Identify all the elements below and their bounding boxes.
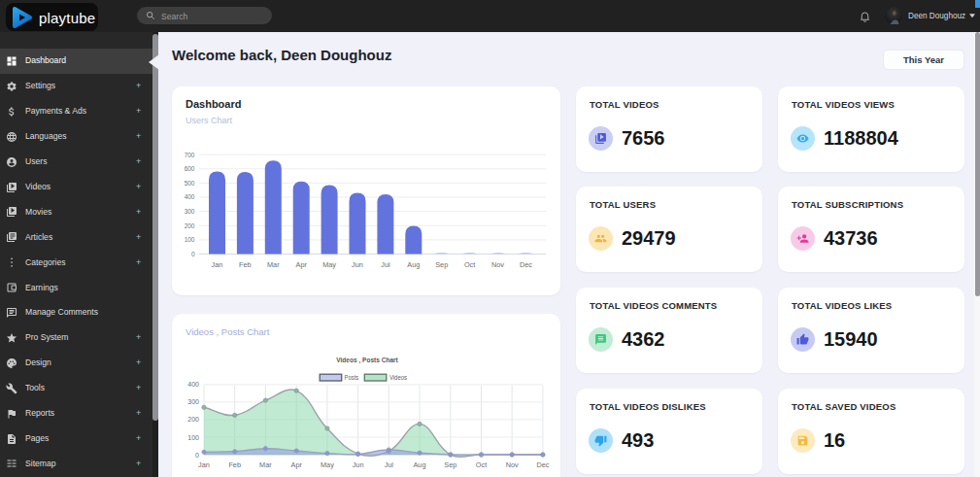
svg-text:300: 300 xyxy=(185,208,195,215)
svg-text:Jul: Jul xyxy=(385,460,394,469)
svg-text:Oct: Oct xyxy=(476,460,487,469)
svg-text:May: May xyxy=(322,260,336,269)
svg-text:Feb: Feb xyxy=(239,260,252,269)
svg-text:Dec: Dec xyxy=(536,460,549,469)
svg-text:100: 100 xyxy=(185,236,195,243)
svg-text:Sep: Sep xyxy=(444,460,456,469)
svg-text:400: 400 xyxy=(187,381,199,388)
svg-text:Posts: Posts xyxy=(345,374,359,381)
svg-text:Jan: Jan xyxy=(212,260,223,269)
svg-text:Mar: Mar xyxy=(259,460,272,469)
svg-text:May: May xyxy=(321,460,334,469)
svg-text:Videos , Posts Chart: Videos , Posts Chart xyxy=(336,357,398,364)
svg-text:700: 700 xyxy=(185,152,195,158)
svg-text:500: 500 xyxy=(185,180,195,187)
svg-text:Aug: Aug xyxy=(414,460,426,469)
svg-text:Apr: Apr xyxy=(291,460,303,469)
svg-text:Dec: Dec xyxy=(520,260,532,269)
svg-text:0: 0 xyxy=(191,251,195,257)
svg-text:0: 0 xyxy=(195,452,199,459)
svg-text:300: 300 xyxy=(187,398,199,405)
svg-text:Feb: Feb xyxy=(228,460,241,469)
svg-text:Jun: Jun xyxy=(353,460,364,469)
svg-text:600: 600 xyxy=(185,165,195,172)
svg-text:Sep: Sep xyxy=(435,260,448,269)
svg-text:Jun: Jun xyxy=(352,260,363,269)
svg-text:Jul: Jul xyxy=(381,260,390,269)
svg-text:Nov: Nov xyxy=(491,260,504,269)
svg-text:Mar: Mar xyxy=(267,260,280,269)
svg-text:Oct: Oct xyxy=(464,260,475,269)
svg-text:200: 200 xyxy=(187,416,199,423)
svg-text:Apr: Apr xyxy=(296,260,308,269)
svg-text:Aug: Aug xyxy=(407,260,420,269)
svg-text:Videos: Videos xyxy=(389,374,408,381)
svg-text:Nov: Nov xyxy=(506,460,519,469)
svg-text:200: 200 xyxy=(185,222,195,229)
svg-text:100: 100 xyxy=(187,434,199,441)
svg-text:400: 400 xyxy=(185,193,195,200)
svg-text:Jan: Jan xyxy=(198,460,210,469)
